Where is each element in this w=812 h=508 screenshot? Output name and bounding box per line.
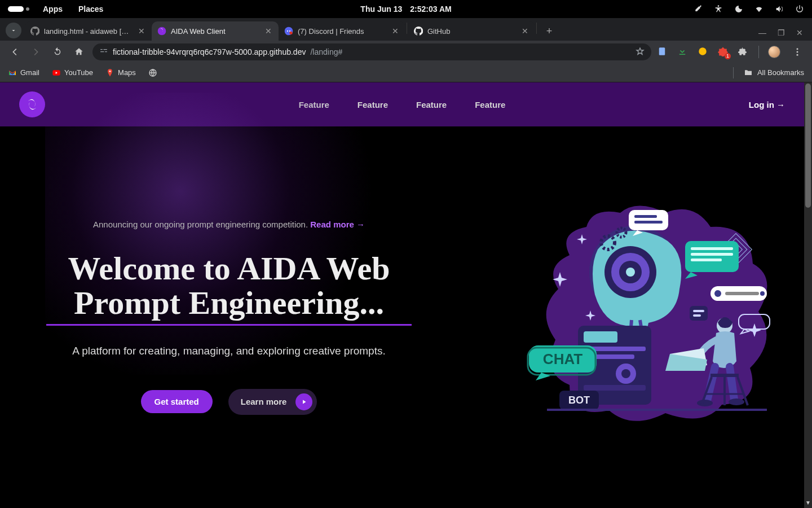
svg-point-3 (287, 30, 288, 32)
places-menu[interactable]: Places (78, 5, 103, 14)
tab-inactive[interactable]: landing.html - aidaweb [… ✕ (25, 21, 152, 41)
new-tab-button[interactable]: + (541, 23, 557, 39)
site-info-icon[interactable] (99, 47, 108, 58)
volume-icon[interactable] (775, 5, 784, 14)
svg-rect-41 (691, 259, 722, 261)
window-controls: — ❐ ✕ (758, 28, 812, 41)
svg-rect-40 (691, 253, 733, 256)
nav-link[interactable]: Feature (416, 100, 447, 110)
svg-point-16 (109, 71, 111, 72)
extension-icon[interactable] (657, 46, 668, 58)
extension-icon[interactable] (698, 46, 709, 58)
read-more-link[interactable]: Read more → (310, 220, 365, 229)
svg-rect-57 (547, 409, 767, 411)
reload-button[interactable] (50, 44, 65, 60)
back-button[interactable] (7, 44, 23, 60)
night-mode-icon[interactable] (734, 5, 743, 14)
apps-menu[interactable]: Apps (43, 5, 63, 14)
gmail-icon (8, 68, 17, 77)
wifi-icon[interactable] (754, 5, 764, 14)
url-path: /landing# (310, 47, 342, 56)
bookmark-gmail[interactable]: Gmail (8, 68, 39, 77)
color-picker-icon[interactable] (694, 5, 703, 14)
tab-inactive[interactable]: (7) Discord | Friends ✕ (279, 21, 405, 41)
nav-link[interactable]: Feature (299, 100, 329, 110)
svg-rect-39 (691, 247, 733, 250)
tab-close-button[interactable]: ✕ (391, 27, 400, 36)
maximize-button[interactable]: ❐ (778, 28, 785, 37)
svg-rect-6 (100, 49, 103, 50)
bookmark-star-icon[interactable] (636, 47, 645, 58)
svg-point-0 (718, 5, 720, 7)
site-nav-links: Feature Feature Feature Feature (299, 100, 506, 110)
minimize-button[interactable]: — (758, 28, 766, 37)
discord-icon (284, 27, 293, 36)
extension-badge-icon[interactable]: 1 (718, 46, 729, 58)
hero-title-line2: Prompt Engineering... (74, 284, 384, 321)
forward-button[interactable] (28, 44, 44, 60)
svg-rect-34 (584, 385, 646, 391)
github-icon (414, 27, 423, 36)
chat-pill-label: CHAT (543, 351, 582, 367)
scrollbar-thumb[interactable] (805, 84, 811, 208)
nav-link[interactable]: Feature (358, 100, 388, 110)
globe-icon (148, 68, 157, 77)
tab-title: (7) Discord | Friends (298, 27, 364, 36)
tab-close-button[interactable]: ✕ (264, 27, 273, 36)
hero-subtitle: A platform for creating, managing, and e… (32, 345, 426, 357)
accessibility-icon[interactable] (714, 5, 723, 14)
announcement-text: Announcing our ongoing prompt engineerin… (93, 220, 310, 229)
bookmark-item[interactable] (148, 68, 157, 77)
bookmark-label: Gmail (20, 68, 39, 77)
svg-rect-47 (693, 310, 704, 312)
svg-point-45 (760, 291, 765, 296)
browser-toolbar: fictional-tribble-94vrqrq6rq6c797w-5000.… (0, 41, 812, 63)
tab-inactive[interactable]: GitHub ✕ (408, 21, 535, 41)
address-bar[interactable]: fictional-tribble-94vrqrq6rq6c797w-5000.… (92, 43, 651, 60)
github-icon (30, 27, 39, 36)
profile-avatar[interactable] (768, 46, 780, 58)
tab-search-button[interactable] (6, 23, 21, 38)
tab-active[interactable]: AIDA Web Client ✕ (152, 21, 279, 41)
youtube-icon (52, 68, 61, 77)
svg-point-43 (714, 290, 721, 297)
svg-point-12 (797, 48, 798, 50)
tab-close-button[interactable]: ✕ (137, 27, 146, 36)
bookmarks-bar: Gmail YouTube Maps All Bookmarks (0, 63, 812, 82)
power-icon[interactable] (795, 5, 804, 14)
os-top-bar: Apps Places Thu Jun 13 2:52:03 AM (0, 0, 812, 18)
extensions-puzzle-icon[interactable] (738, 46, 749, 58)
svg-rect-29 (584, 331, 617, 343)
close-window-button[interactable]: ✕ (796, 28, 803, 37)
all-bookmarks-button[interactable]: All Bookmarks (733, 67, 804, 78)
clock[interactable]: Thu Jun 13 2:52:03 AM (360, 5, 451, 14)
bookmark-youtube[interactable]: YouTube (52, 68, 93, 77)
home-button[interactable] (71, 44, 87, 60)
learn-more-button[interactable]: Learn more (228, 389, 317, 415)
svg-rect-36 (634, 215, 657, 218)
tab-title: landing.html - aidaweb [… (44, 27, 129, 36)
svg-rect-46 (690, 306, 708, 321)
scroll-down-icon[interactable]: ▼ (804, 497, 812, 508)
scrollbar[interactable]: ▼ (804, 82, 812, 508)
badge-count: 1 (725, 53, 731, 59)
tab-separator (536, 23, 537, 34)
toolbar-separator (758, 46, 759, 58)
tab-close-button[interactable]: ✕ (520, 27, 529, 36)
svg-rect-48 (693, 314, 701, 317)
site-navbar: Feature Feature Feature Feature Log in → (0, 82, 804, 126)
bookmark-maps[interactable]: Maps (105, 68, 136, 77)
site-logo[interactable] (19, 91, 45, 117)
activities-indicator[interactable] (8, 6, 24, 12)
hero-title-line1: Welcome to AIDA Web (68, 250, 390, 287)
download-icon[interactable] (677, 46, 689, 58)
get-started-button[interactable]: Get started (141, 390, 213, 413)
play-icon (295, 393, 312, 410)
all-bookmarks-label: All Bookmarks (757, 68, 804, 77)
svg-point-33 (621, 369, 630, 378)
bookmark-label: YouTube (64, 68, 93, 77)
login-link[interactable]: Log in → (749, 100, 785, 110)
nav-link[interactable]: Feature (475, 100, 505, 110)
kebab-menu-icon[interactable] (789, 44, 805, 60)
svg-rect-53 (710, 374, 739, 377)
